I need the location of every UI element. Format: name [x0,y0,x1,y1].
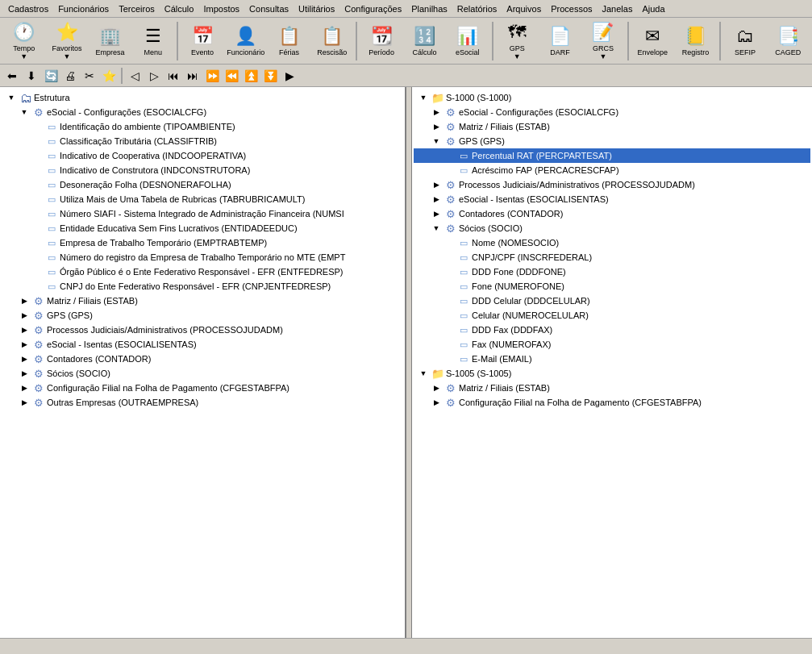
tb2-btn9[interactable]: ⏮ [164,67,182,85]
list-item[interactable]: ▭ Nome (NOMESOCIO) [414,235,810,250]
tb2-btn3[interactable]: 🔄 [42,67,60,85]
expander[interactable]: ▼ [430,135,443,148]
tb2-btn15[interactable]: ▶ [281,67,298,85]
toolbar-envelope[interactable]: ✉ Envelope [632,20,673,62]
list-item[interactable]: ▭ Número do registro da Empresa de Traba… [2,250,403,265]
toolbar-gps[interactable]: 🗺 GPS ▼ [497,20,538,62]
list-item[interactable]: ▭ DDD Celular (DDDCELULAR) [414,294,810,308]
list-item[interactable]: ▭ Entidade Educativa Sem Fins Lucrativos… [2,221,403,235]
expander[interactable]: ▼ [417,91,430,104]
tb2-btn2[interactable]: ⬇ [23,67,40,85]
list-item[interactable]: ▶ ⚙ eSocial - Configurações (ESOCIALCFG) [414,105,810,119]
list-item[interactable]: ▶ ⚙ GPS (GPS) [2,308,403,323]
tb2-btn14[interactable]: ⏬ [261,67,279,85]
list-item[interactable]: ▶ ⚙ eSocial - Isentas (ESOCIALISENTAS) [414,192,810,206]
toolbar-empresa[interactable]: 🏢 Empresa [90,20,131,62]
tb2-btn13[interactable]: ⏫ [242,67,260,85]
list-item[interactable]: ▶ ⚙ Processos Judiciais/Administrativos … [414,177,810,192]
list-item[interactable]: ▭ Classificação Tributária (CLASSIFTRIB) [2,134,403,148]
toolbar-registro[interactable]: 📒 Registro [675,20,716,62]
expander[interactable]: ▶ [18,309,31,322]
menu-consultas[interactable]: Consultas [244,2,294,15]
toolbar-grcs[interactable]: 📝 GRCS ▼ [582,20,623,62]
list-item[interactable]: ▼ ⚙ GPS (GPS) [414,134,810,148]
list-item[interactable]: ▭ Fone (NUMEROFONE) [414,279,810,294]
tree-root-node[interactable]: ▼ 🗂 Estrutura [2,90,403,105]
expander[interactable]: ▶ [430,381,443,394]
list-item[interactable]: ▶ ⚙ eSocial - Isentas (ESOCIALISENTAS) [2,337,403,352]
list-item[interactable]: ▭ Identificação do ambiente (TIPOAMBIENT… [2,119,403,134]
toolbar-esocial[interactable]: 📊 eSocial [447,20,488,62]
list-item[interactable]: ▭ CNPJ do Ente Federativo Responsável - … [2,279,403,294]
toolbar-rescisao[interactable]: 📋 Rescisão [311,20,352,62]
left-tree-panel[interactable]: ▼ 🗂 Estrutura ▼ ⚙ eSocial - Configuraçõe… [0,87,406,638]
toolbar-tempo[interactable]: 🕐 Tempo ▼ [3,20,44,62]
menu-calculo[interactable]: Cálculo [160,2,199,15]
list-item[interactable]: ▭ CNPJ/CPF (INSCRFEDERAL) [414,250,810,265]
tb2-btn4[interactable]: 🖨 [61,67,79,85]
expander[interactable]: ▼ [417,367,430,380]
tb2-btn12[interactable]: ⏪ [223,67,240,85]
menu-funcionarios[interactable]: Funcionários [53,2,114,15]
list-item[interactable]: ▶ ⚙ Configuração Filial na Folha de Paga… [2,381,403,395]
expander[interactable]: ▶ [430,120,443,133]
toolbar-evento[interactable]: 📅 Evento [181,20,223,62]
list-item[interactable]: ▶ ⚙ Matriz / Filiais (ESTAB) [414,381,810,395]
expander[interactable]: ▶ [18,381,31,394]
list-item[interactable]: ▭ Empresa de Trabalho Temporário (EMPTRA… [2,235,403,250]
menu-cadastros[interactable]: Cadastros [3,2,53,15]
menu-utilitarios[interactable]: Utilitários [294,2,339,15]
list-item[interactable]: ▭ Indicativo de Construtora (INDCONSTRUT… [2,163,403,177]
tb2-btn1[interactable]: ⬅ [3,67,21,85]
toolbar-funcionario[interactable]: 👤 Funcionário [225,20,267,62]
list-item[interactable]: ▶ ⚙ Processos Judiciais/Administrativos … [2,323,403,337]
list-item[interactable]: ▭ DDD Fone (DDDFONE) [414,265,810,279]
tb2-btn11[interactable]: ⏩ [203,67,221,85]
list-item[interactable]: ▭ Celular (NUMEROCELULAR) [414,308,810,323]
menu-planilhas[interactable]: Planilhas [406,2,452,15]
list-item[interactable]: ▶ ⚙ Matriz / Filiais (ESTAB) [414,119,810,134]
expander[interactable]: ▼ [430,222,443,235]
list-item[interactable]: ▭ DDD Fax (DDDFAX) [414,323,810,337]
expander[interactable]: ▶ [430,106,443,119]
list-item[interactable]: ▭ Indicativo de Cooperativa (INDCOOPERAT… [2,148,403,163]
right-tree-panel[interactable]: ▼ 📁 S-1000 (S-1000) ▶ ⚙ eSocial - Config… [412,87,812,638]
list-item[interactable]: ▶ ⚙ Outras Empresas (OUTRAEMPRESA) [2,395,403,410]
menu-terceiros[interactable]: Terceiros [114,2,160,15]
list-item[interactable]: ▼ ⚙ eSocial - Configurações (ESOCIALCFG) [2,105,403,119]
toolbar-caged[interactable]: 📑 CAGED [768,20,809,62]
menu-impostos[interactable]: Impostos [198,2,244,15]
toolbar-calculo[interactable]: 🔢 Cálculo [404,20,445,62]
expander[interactable]: ▶ [18,367,31,380]
expander[interactable]: ▶ [430,178,443,191]
list-item[interactable]: ▼ 📁 S-1000 (S-1000) [414,90,810,105]
menu-processos[interactable]: Processos [546,2,597,15]
toolbar-sefip[interactable]: 🗂 SEFIP [724,20,765,62]
tb2-btn10[interactable]: ⏭ [184,67,202,85]
list-item[interactable]: ▶ ⚙ Contadores (CONTADOR) [414,206,810,221]
menu-ajuda[interactable]: Ajuda [637,2,669,15]
menu-arquivos[interactable]: Arquivos [502,2,546,15]
expander[interactable]: ▶ [18,294,31,307]
expander[interactable]: ▶ [430,396,443,409]
expander[interactable]: ▼ [18,106,31,119]
menu-configuracoes[interactable]: Configurações [339,2,406,15]
expander[interactable]: ▶ [18,352,31,365]
list-item[interactable]: ▭ Desoneração Folha (DESNONERAFOLHA) [2,177,403,192]
list-item[interactable]: ▭ Acréscimo FAP (PERCACRESCFAP) [414,163,810,177]
list-item[interactable]: ▼ 📁 S-1005 (S-1005) [414,366,810,381]
tb2-btn6[interactable]: ⭐ [100,67,118,85]
root-expander[interactable]: ▼ [5,91,18,104]
expander[interactable]: ▶ [18,396,31,409]
list-item[interactable]: ▭ Utiliza Mais de Uma Tabela de Rubricas… [2,192,403,206]
list-item[interactable]: ▭ Percentual RAT (PERCPARTESAT) [414,148,810,163]
expander[interactable]: ▶ [430,193,443,206]
toolbar-periodo[interactable]: 📆 Período [360,20,402,62]
toolbar-favoritos[interactable]: ⭐ Favoritos ▼ [46,20,87,62]
tb2-btn5[interactable]: ✂ [81,67,98,85]
menu-relatorios[interactable]: Relatórios [452,2,502,15]
list-item[interactable]: ▼ ⚙ Sócios (SOCIO) [414,221,810,235]
toolbar-menu[interactable]: ☰ Menu [132,20,173,62]
menu-janelas[interactable]: Janelas [598,2,638,15]
list-item[interactable]: ▭ Fax (NUMEROFAX) [414,337,810,352]
